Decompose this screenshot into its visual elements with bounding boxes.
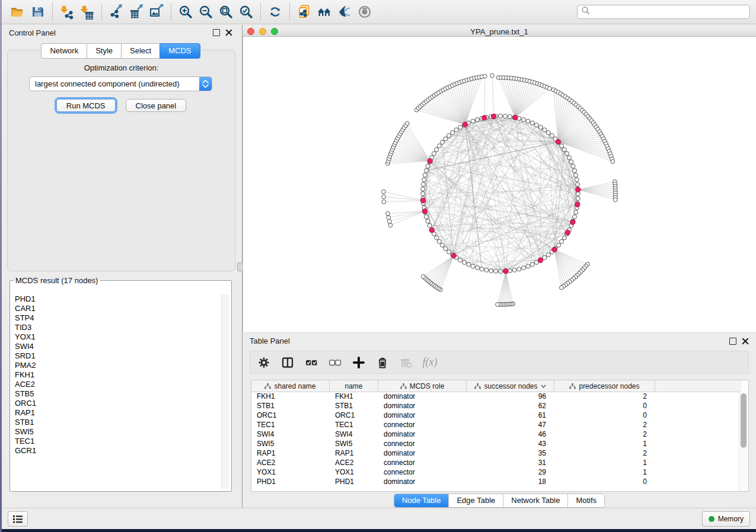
- network-node[interactable]: [543, 128, 547, 132]
- network-node[interactable]: [480, 267, 484, 271]
- network-node[interactable]: [428, 223, 432, 227]
- mcds-result-item[interactable]: RAP1: [12, 408, 221, 418]
- open-session-button[interactable]: [8, 2, 28, 21]
- mcds-result-item[interactable]: ORC1: [12, 399, 221, 408]
- network-node[interactable]: [440, 243, 444, 247]
- mcds-result-item[interactable]: SRD1: [12, 351, 221, 361]
- mcds-result-item[interactable]: STB5: [12, 389, 221, 399]
- network-leaf-node[interactable]: [483, 74, 487, 78]
- network-node[interactable]: [560, 144, 564, 148]
- network-node[interactable]: [560, 239, 564, 243]
- network-node[interactable]: [521, 266, 525, 270]
- mcds-hub-node[interactable]: [575, 202, 580, 207]
- network-node[interactable]: [534, 123, 538, 127]
- network-node[interactable]: [569, 160, 573, 164]
- network-leaf-node[interactable]: [405, 121, 409, 126]
- mcds-result-item[interactable]: STB1: [12, 418, 221, 427]
- mcds-result-item[interactable]: FKH1: [12, 370, 221, 380]
- network-leaf-node[interactable]: [382, 200, 386, 204]
- network-node[interactable]: [512, 268, 516, 272]
- close-panel-icon[interactable]: [225, 29, 232, 36]
- network-node[interactable]: [421, 187, 425, 191]
- zoom-in-button[interactable]: [176, 2, 196, 21]
- export-table-button[interactable]: [126, 2, 146, 21]
- network-node[interactable]: [432, 152, 436, 156]
- mcds-hub-node[interactable]: [513, 115, 518, 120]
- network-node[interactable]: [440, 140, 444, 145]
- select-all-button[interactable]: [302, 354, 320, 371]
- network-node[interactable]: [526, 264, 530, 268]
- mcds-result-item[interactable]: STP4: [12, 313, 221, 323]
- network-node[interactable]: [562, 236, 566, 240]
- network-node[interactable]: [421, 182, 425, 187]
- network-leaf-node[interactable]: [560, 286, 564, 290]
- network-leaf-node[interactable]: [613, 198, 617, 202]
- network-leaf-node[interactable]: [387, 219, 391, 223]
- mcds-hub-node[interactable]: [428, 158, 432, 163]
- network-node[interactable]: [435, 236, 439, 240]
- mcds-result-list[interactable]: PHD1CAR1STP4TID3YOX1SWI4SRD1PMA2FKH1ACE2…: [12, 294, 221, 489]
- network-graph[interactable]: [243, 37, 756, 331]
- network-node[interactable]: [543, 255, 547, 259]
- mcds-result-item[interactable]: PMA2: [12, 361, 221, 370]
- first-neighbors-button[interactable]: [314, 2, 334, 21]
- mcds-result-item[interactable]: TEC1: [12, 437, 221, 446]
- network-node[interactable]: [471, 264, 475, 268]
- unselect-all-button[interactable]: [326, 354, 344, 371]
- column-header-predecessor-nodes[interactable]: predecessor nodes: [554, 380, 655, 392]
- network-node[interactable]: [562, 148, 566, 152]
- network-node[interactable]: [530, 121, 534, 125]
- mcds-result-item[interactable]: SWI4: [12, 342, 221, 351]
- network-leaf-node[interactable]: [496, 303, 500, 307]
- table-row[interactable]: PHD1PHD1dominator180: [251, 477, 739, 486]
- mcds-result-item[interactable]: YOX1: [12, 332, 221, 342]
- network-node[interactable]: [557, 243, 561, 247]
- network-node[interactable]: [573, 214, 577, 219]
- network-canvas[interactable]: [243, 37, 756, 332]
- tab-node-table[interactable]: Node Table: [394, 494, 449, 507]
- float-table-panel-icon[interactable]: [729, 338, 736, 345]
- network-leaf-node[interactable]: [421, 274, 425, 278]
- mcds-result-item[interactable]: PHD1: [12, 294, 221, 304]
- network-node[interactable]: [499, 270, 503, 274]
- network-node[interactable]: [499, 114, 503, 118]
- save-session-button[interactable]: [28, 2, 48, 21]
- network-node[interactable]: [476, 117, 480, 121]
- network-node[interactable]: [571, 164, 575, 168]
- mcds-hub-node[interactable]: [565, 230, 570, 235]
- network-node[interactable]: [494, 269, 498, 273]
- network-node[interactable]: [435, 148, 439, 152]
- search-input[interactable]: [591, 7, 746, 17]
- network-node[interactable]: [426, 164, 430, 168]
- tab-network[interactable]: Network: [41, 43, 87, 59]
- network-leaf-node[interactable]: [386, 211, 390, 216]
- network-node[interactable]: [573, 169, 577, 173]
- network-node[interactable]: [565, 152, 569, 156]
- network-node[interactable]: [421, 192, 425, 196]
- mcds-hub-node[interactable]: [429, 227, 434, 232]
- import-network-button[interactable]: [57, 2, 77, 21]
- network-node[interactable]: [484, 268, 489, 272]
- network-node[interactable]: [467, 262, 471, 267]
- table-row[interactable]: TEC1TEC1connector472: [251, 420, 739, 430]
- new-network-from-selection-button[interactable]: [294, 2, 314, 21]
- import-table-button[interactable]: [77, 2, 97, 21]
- table-row[interactable]: YOX1YOX1connector291: [251, 467, 739, 477]
- mcds-hub-node[interactable]: [552, 247, 557, 252]
- run-mcds-button[interactable]: Run MCDS: [56, 99, 116, 112]
- network-node[interactable]: [538, 125, 543, 129]
- task-history-button[interactable]: [8, 511, 28, 527]
- tab-edge-table[interactable]: Edge Table: [449, 494, 503, 507]
- mcds-hub-node[interactable]: [556, 139, 560, 144]
- mcds-hub-node[interactable]: [422, 209, 427, 213]
- network-node[interactable]: [458, 258, 462, 262]
- add-column-button[interactable]: [350, 354, 368, 371]
- table-row[interactable]: SWI4SWI4dominator462: [251, 430, 739, 439]
- mcds-hub-node[interactable]: [482, 116, 487, 120]
- column-header-MCDS-role[interactable]: MCDS role: [378, 380, 467, 392]
- zoom-selected-button[interactable]: [236, 2, 256, 21]
- network-leaf-node[interactable]: [388, 223, 393, 227]
- table-row[interactable]: STB1STB1dominator620: [251, 401, 739, 411]
- network-node[interactable]: [574, 173, 578, 177]
- network-node[interactable]: [423, 173, 427, 177]
